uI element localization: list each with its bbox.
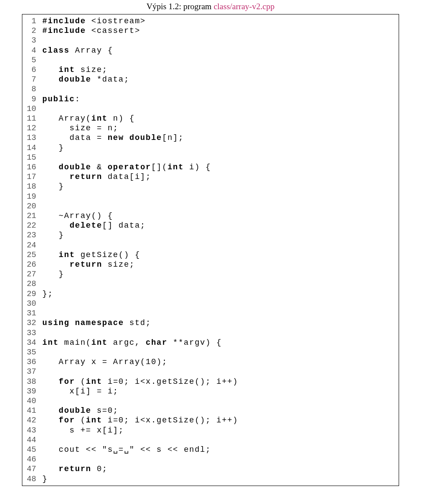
caption-prefix: Výpis 1.2: program: [146, 2, 214, 11]
caption-link: class/array-v2.cpp: [214, 2, 275, 11]
code-listing: 1 2 3 4 5 6 7 8 9 10 11 12 13 14 15 16 1…: [22, 14, 399, 486]
page: Výpis 1.2: program class/array-v2.cpp 1 …: [0, 0, 421, 504]
code-body: #include <iostream> #include <cassert> c…: [40, 14, 399, 486]
listing-caption: Výpis 1.2: program class/array-v2.cpp: [22, 0, 399, 11]
line-number-gutter: 1 2 3 4 5 6 7 8 9 10 11 12 13 14 15 16 1…: [22, 14, 40, 486]
